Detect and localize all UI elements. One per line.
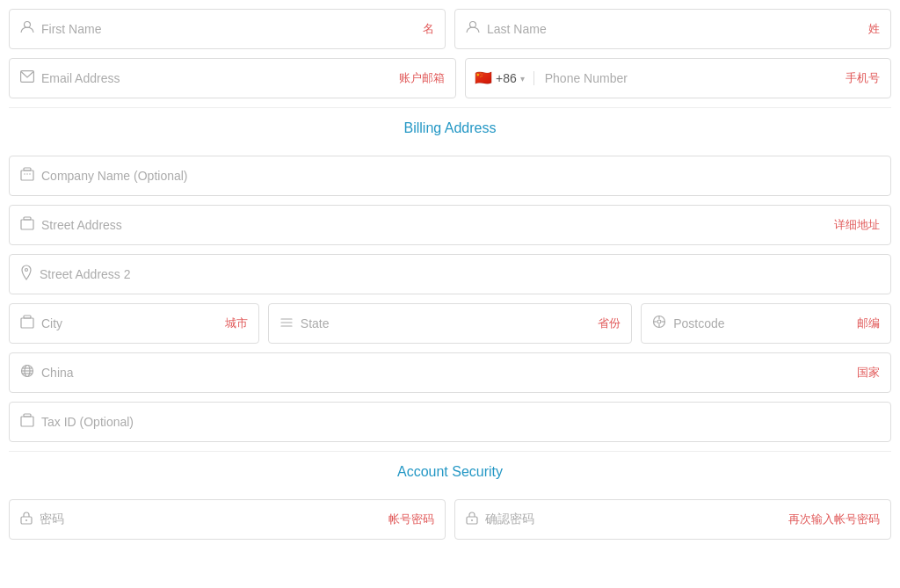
city-state-row: City 城市 State 省份 <box>9 303 891 344</box>
phone-hint: 手机号 <box>846 70 880 86</box>
tax-icon <box>20 413 34 431</box>
location-icon <box>20 265 33 284</box>
last-name-hint: 姓 <box>868 21 880 37</box>
state-icon <box>279 316 294 331</box>
street1-field[interactable]: Street Address 详细地址 <box>9 205 891 245</box>
svg-point-30 <box>25 519 27 521</box>
email-placeholder: Email Address <box>41 71 399 85</box>
city-field[interactable]: City 城市 <box>9 303 259 344</box>
company-field[interactable]: Company Name (Optional) <box>9 156 891 196</box>
phone-field[interactable]: 🇨🇳 +86 ▾ Phone Number 手机号 <box>465 58 891 98</box>
city-icon <box>20 315 34 332</box>
svg-rect-27 <box>21 417 33 426</box>
confirm-password-field[interactable]: 确認密码 再次输入帐号密码 <box>454 499 891 540</box>
state-placeholder: State <box>301 316 598 330</box>
building-icon <box>20 216 34 234</box>
lock-icon <box>20 511 33 528</box>
country-field[interactable]: China 国家 <box>9 352 891 393</box>
postcode-hint: 邮编 <box>857 316 880 331</box>
phone-input-area: Phone Number 手机号 <box>534 70 890 86</box>
user-icon <box>20 20 34 38</box>
email-icon <box>20 70 34 86</box>
confirm-password-hint: 再次输入帐号密码 <box>788 512 880 527</box>
last-name-field[interactable]: Last Name 姓 <box>454 9 891 49</box>
city-placeholder: City <box>41 316 225 330</box>
security-section-title: Account Security <box>9 451 891 490</box>
svg-rect-9 <box>24 217 31 220</box>
street2-row: Street Address 2 <box>9 254 891 294</box>
state-hint: 省份 <box>598 316 621 331</box>
lock-icon-2 <box>466 511 478 528</box>
password-row: 密码 帐号密码 确認密码 再次输入帐号密码 <box>9 499 891 540</box>
tax-id-row: Tax ID (Optional) <box>9 402 891 442</box>
company-icon <box>20 167 34 185</box>
state-field[interactable]: State 省份 <box>268 303 632 344</box>
phone-prefix-button[interactable]: 🇨🇳 +86 ▾ <box>466 71 534 85</box>
company-placeholder: Company Name (Optional) <box>41 169 880 183</box>
svg-rect-11 <box>21 318 33 328</box>
svg-rect-3 <box>21 171 33 180</box>
password-placeholder: 密码 <box>40 512 388 527</box>
svg-rect-4 <box>24 168 31 171</box>
street1-placeholder: Street Address <box>41 218 834 232</box>
street1-hint: 详细地址 <box>834 217 880 233</box>
confirm-password-placeholder: 确認密码 <box>485 512 788 527</box>
svg-point-32 <box>471 519 473 521</box>
user-icon-2 <box>466 20 480 38</box>
country-hint: 国家 <box>857 365 880 381</box>
phone-placeholder: Phone Number <box>545 71 846 85</box>
postcode-field[interactable]: Postcode 邮编 <box>641 303 891 344</box>
password-hint: 帐号密码 <box>388 512 434 527</box>
svg-point-10 <box>25 269 28 272</box>
tax-id-field[interactable]: Tax ID (Optional) <box>9 402 891 442</box>
billing-section-title: Billing Address <box>9 107 891 147</box>
svg-rect-8 <box>21 220 33 229</box>
svg-rect-28 <box>24 414 31 417</box>
street2-placeholder: Street Address 2 <box>40 267 880 281</box>
email-field[interactable]: Email Address 账户邮箱 <box>9 58 456 98</box>
globe-icon <box>20 364 34 381</box>
first-name-hint: 名 <box>423 21 434 37</box>
first-name-placeholder: First Name <box>41 22 423 36</box>
company-row: Company Name (Optional) <box>9 156 891 196</box>
country-placeholder: China <box>41 366 857 380</box>
name-row: First Name 名 Last Name 姓 <box>9 9 891 49</box>
last-name-placeholder: Last Name <box>487 22 868 36</box>
chevron-down-icon: ▾ <box>520 74 525 83</box>
svg-rect-12 <box>24 316 31 318</box>
street1-row: Street Address 详细地址 <box>9 205 891 245</box>
form-wrapper: First Name 名 Last Name 姓 Email Address <box>0 0 900 557</box>
postcode-placeholder: Postcode <box>673 316 857 330</box>
china-flag: 🇨🇳 <box>475 71 492 85</box>
street2-field[interactable]: Street Address 2 <box>9 254 891 294</box>
country-row: China 国家 <box>9 352 891 393</box>
tax-id-placeholder: Tax ID (Optional) <box>41 415 880 429</box>
phone-code: +86 <box>496 71 517 85</box>
password-field[interactable]: 密码 帐号密码 <box>9 499 446 540</box>
contact-row: Email Address 账户邮箱 🇨🇳 +86 ▾ Phone Number… <box>9 58 891 98</box>
first-name-field[interactable]: First Name 名 <box>9 9 446 49</box>
svg-point-17 <box>657 320 661 323</box>
city-hint: 城市 <box>225 316 248 331</box>
email-hint: 账户邮箱 <box>399 70 445 86</box>
postcode-icon <box>652 315 666 332</box>
